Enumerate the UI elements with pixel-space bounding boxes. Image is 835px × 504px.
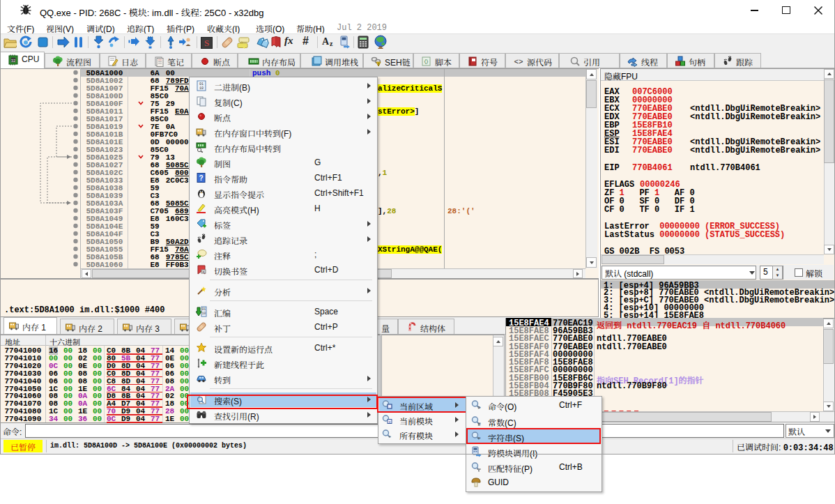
svg-text:10: 10: [202, 312, 206, 315]
svg-text:10: 10: [199, 86, 204, 91]
svg-text:?: ?: [199, 174, 203, 181]
svg-text:#: #: [477, 420, 481, 427]
svg-text:〈〉: 〈〉: [424, 59, 429, 65]
svg-text:*: *: [389, 434, 391, 440]
svg-text:S: S: [204, 38, 209, 48]
svg-text:01: 01: [202, 307, 206, 311]
svg-text:>: >: [477, 405, 480, 410]
svg-text:32: 32: [11, 59, 16, 63]
svg-text:<>: <>: [514, 58, 523, 66]
svg-text:x: x: [389, 419, 391, 423]
